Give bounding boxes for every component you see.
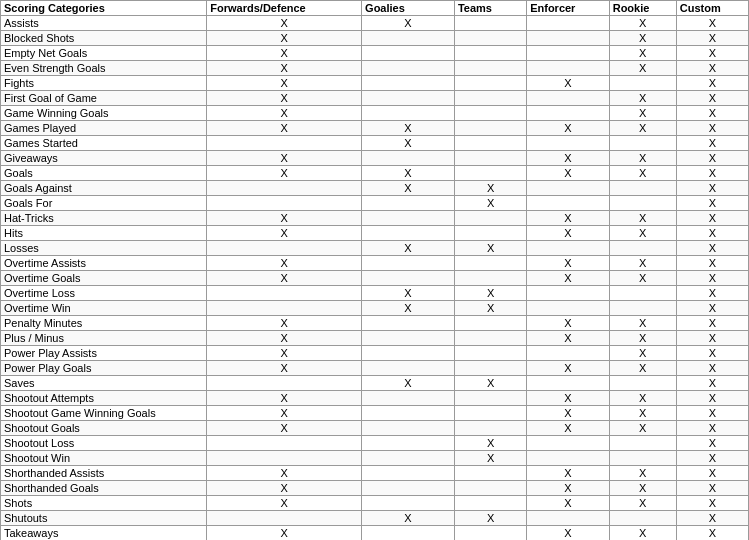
custom-check-cell: X <box>676 136 748 151</box>
table-row: Goals ForXX <box>1 196 749 211</box>
column-header-custom: Custom <box>676 1 748 16</box>
rookie-check-cell: X <box>609 256 676 271</box>
table-row: Overtime AssistsXXXX <box>1 256 749 271</box>
rookie-check-cell: X <box>609 331 676 346</box>
fd-check-cell: X <box>207 76 362 91</box>
category-cell: Goals <box>1 166 207 181</box>
custom-check-cell: X <box>676 406 748 421</box>
enforcer-check-cell: X <box>527 151 610 166</box>
enforcer-check-cell: X <box>527 331 610 346</box>
goalies-check-cell <box>362 361 455 376</box>
rookie-check-cell: X <box>609 466 676 481</box>
goalies-check-cell <box>362 526 455 541</box>
table-row: LossesXXX <box>1 241 749 256</box>
fd-check-cell: X <box>207 526 362 541</box>
category-cell: Shootout Goals <box>1 421 207 436</box>
rookie-check-cell: X <box>609 361 676 376</box>
goalies-check-cell <box>362 466 455 481</box>
fd-check-cell: X <box>207 331 362 346</box>
custom-check-cell: X <box>676 196 748 211</box>
rookie-check-cell <box>609 76 676 91</box>
fd-check-cell <box>207 451 362 466</box>
teams-check-cell <box>454 256 526 271</box>
column-header-rookie: Rookie <box>609 1 676 16</box>
teams-check-cell <box>454 166 526 181</box>
enforcer-check-cell: X <box>527 211 610 226</box>
teams-check-cell <box>454 61 526 76</box>
fd-check-cell <box>207 511 362 526</box>
table-row: AssistsXXXX <box>1 16 749 31</box>
fd-check-cell: X <box>207 466 362 481</box>
enforcer-check-cell <box>527 181 610 196</box>
rookie-check-cell <box>609 451 676 466</box>
category-cell: Shorthanded Goals <box>1 481 207 496</box>
teams-check-cell <box>454 91 526 106</box>
enforcer-check-cell <box>527 286 610 301</box>
teams-check-cell <box>454 421 526 436</box>
teams-check-cell <box>454 226 526 241</box>
goalies-check-cell <box>362 106 455 121</box>
goalies-check-cell <box>362 406 455 421</box>
table-row: Plus / MinusXXXX <box>1 331 749 346</box>
enforcer-check-cell: X <box>527 121 610 136</box>
custom-check-cell: X <box>676 226 748 241</box>
fd-check-cell <box>207 196 362 211</box>
category-cell: Shutouts <box>1 511 207 526</box>
teams-check-cell <box>454 271 526 286</box>
fd-check-cell <box>207 136 362 151</box>
category-cell: Takeaways <box>1 526 207 541</box>
enforcer-check-cell: X <box>527 316 610 331</box>
custom-check-cell: X <box>676 286 748 301</box>
fd-check-cell: X <box>207 211 362 226</box>
enforcer-check-cell: X <box>527 496 610 511</box>
scoring-categories-table: Scoring CategoriesForwards/DefenceGoalie… <box>0 0 749 540</box>
rookie-check-cell: X <box>609 151 676 166</box>
table-row: Shootout GoalsXXXX <box>1 421 749 436</box>
rookie-check-cell: X <box>609 391 676 406</box>
category-cell: Giveaways <box>1 151 207 166</box>
teams-check-cell <box>454 31 526 46</box>
goalies-check-cell: X <box>362 181 455 196</box>
goalies-check-cell <box>362 436 455 451</box>
goalies-check-cell <box>362 76 455 91</box>
teams-check-cell: X <box>454 241 526 256</box>
column-header-scoring-categories: Scoring Categories <box>1 1 207 16</box>
fd-check-cell: X <box>207 316 362 331</box>
rookie-check-cell <box>609 436 676 451</box>
category-cell: Goals For <box>1 196 207 211</box>
table-row: Shorthanded GoalsXXXX <box>1 481 749 496</box>
fd-check-cell: X <box>207 361 362 376</box>
category-cell: Hits <box>1 226 207 241</box>
fd-check-cell: X <box>207 421 362 436</box>
goalies-check-cell <box>362 481 455 496</box>
goalies-check-cell <box>362 226 455 241</box>
category-cell: Shootout Attempts <box>1 391 207 406</box>
teams-check-cell: X <box>454 301 526 316</box>
table-row: Overtime LossXXX <box>1 286 749 301</box>
custom-check-cell: X <box>676 211 748 226</box>
enforcer-check-cell <box>527 376 610 391</box>
fd-check-cell: X <box>207 271 362 286</box>
rookie-check-cell: X <box>609 121 676 136</box>
table-row: GiveawaysXXXX <box>1 151 749 166</box>
enforcer-check-cell <box>527 301 610 316</box>
rookie-check-cell <box>609 511 676 526</box>
goalies-check-cell <box>362 31 455 46</box>
enforcer-check-cell: X <box>527 481 610 496</box>
category-cell: Goals Against <box>1 181 207 196</box>
goalies-check-cell <box>362 91 455 106</box>
custom-check-cell: X <box>676 451 748 466</box>
goalies-check-cell: X <box>362 376 455 391</box>
table-row: Goals AgainstXXX <box>1 181 749 196</box>
teams-check-cell <box>454 106 526 121</box>
category-cell: Shots <box>1 496 207 511</box>
teams-check-cell: X <box>454 286 526 301</box>
custom-check-cell: X <box>676 256 748 271</box>
teams-check-cell: X <box>454 181 526 196</box>
category-cell: Shootout Game Winning Goals <box>1 406 207 421</box>
goalies-check-cell: X <box>362 301 455 316</box>
fd-check-cell: X <box>207 346 362 361</box>
goalies-check-cell: X <box>362 241 455 256</box>
goalies-check-cell <box>362 451 455 466</box>
custom-check-cell: X <box>676 271 748 286</box>
